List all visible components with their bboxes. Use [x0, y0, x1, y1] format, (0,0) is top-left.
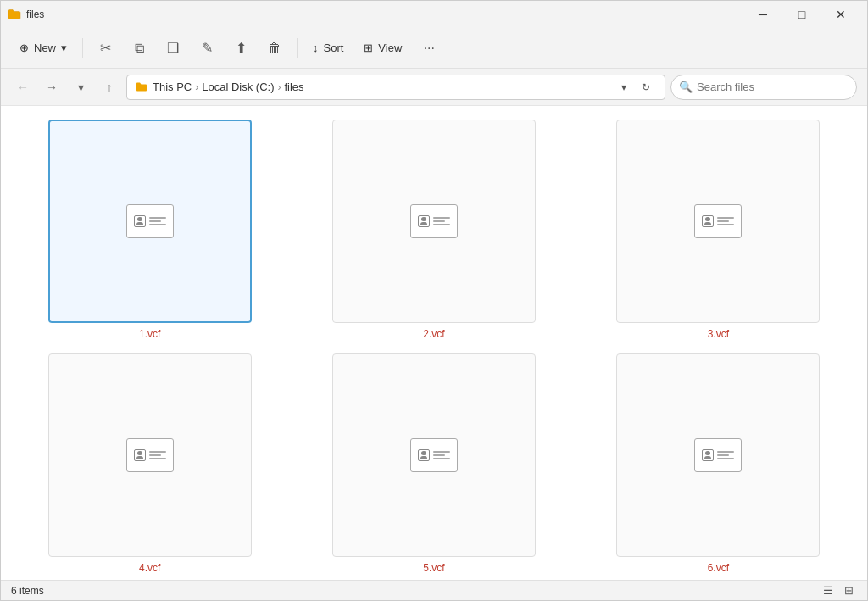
vcf-lines: [433, 451, 450, 459]
recent-button[interactable]: ▾: [69, 75, 92, 99]
sort-label: Sort: [324, 42, 344, 54]
vcf-lines: [717, 217, 734, 225]
file-item-4[interactable]: 4.vcf: [14, 353, 285, 574]
vcf-icon-5: [410, 438, 458, 472]
window-title: files: [26, 8, 44, 20]
new-plus-icon: ⊕: [19, 42, 29, 54]
vcf-icon-2: [410, 204, 458, 238]
file-thumb-2: [332, 120, 536, 323]
vcf-lines: [717, 451, 734, 459]
address-bar: ← → ▾ ↑ This PC › Local Disk (C:) › file…: [1, 69, 867, 106]
status-bar: 6 items ☰ ⊞: [1, 580, 867, 600]
forward-button[interactable]: →: [40, 75, 64, 99]
paste-icon: ❑: [167, 40, 179, 56]
toolbar-sep-1: [82, 38, 83, 58]
more-icon: ···: [424, 41, 435, 56]
sort-button[interactable]: ↕ Sort: [304, 35, 352, 62]
close-button[interactable]: ✕: [821, 1, 860, 28]
content-area: 1.vcf 2.: [1, 106, 867, 580]
file-thumb-5: [332, 353, 536, 557]
minimize-button[interactable]: ─: [743, 1, 782, 28]
vcf-icon-4: [126, 438, 174, 472]
toolbar-sep-2: [297, 38, 298, 58]
view-icon: ⊞: [364, 42, 373, 54]
vcf-lines: [433, 217, 450, 225]
file-item-5[interactable]: 5.vcf: [298, 353, 569, 574]
search-input[interactable]: [670, 75, 857, 100]
delete-button[interactable]: 🗑: [259, 35, 290, 62]
new-dropdown-icon: ▾: [61, 42, 67, 54]
list-view-icon: ☰: [823, 584, 833, 597]
vcf-icon-3: [694, 204, 742, 238]
refresh-button[interactable]: ↻: [636, 77, 656, 97]
list-view-button[interactable]: ☰: [820, 582, 837, 599]
rename-button[interactable]: ✎: [192, 35, 222, 62]
maximize-button[interactable]: □: [782, 1, 821, 28]
file-thumb-1: [48, 120, 252, 323]
search-wrapper: 🔍: [670, 75, 857, 100]
view-toggle: ☰ ⊞: [820, 582, 857, 599]
file-name-6: 6.vcf: [708, 562, 729, 574]
path-files[interactable]: files: [284, 81, 303, 93]
file-item-3[interactable]: 3.vcf: [583, 120, 854, 340]
address-input[interactable]: This PC › Local Disk (C:) › files ▾ ↻: [126, 75, 665, 100]
vcf-person-icon: [702, 449, 714, 461]
recent-icon: ▾: [78, 81, 84, 94]
vcf-person-icon: [418, 449, 430, 461]
vcf-lines: [149, 217, 166, 225]
up-icon: ↑: [107, 81, 113, 94]
file-thumb-4: [48, 353, 252, 557]
file-name-5: 5.vcf: [423, 562, 444, 574]
share-icon: ⬆: [236, 40, 247, 56]
delete-icon: 🗑: [268, 41, 281, 56]
file-name-2: 2.vcf: [423, 328, 444, 340]
vcf-lines: [149, 451, 166, 459]
toolbar: ⊕ New ▾ ✂ ⧉ ❑ ✎ ⬆ 🗑 ↕ Sort ⊞ View ···: [1, 28, 867, 69]
path-this-pc[interactable]: This PC: [153, 81, 192, 93]
copy-icon: ⧉: [135, 41, 144, 56]
vcf-icon-1: [126, 204, 174, 238]
cut-icon: ✂: [100, 40, 111, 56]
breadcrumb: This PC › Local Disk (C:) › files: [153, 81, 609, 93]
file-name-1: 1.vcf: [139, 328, 160, 340]
vcf-person-icon: [418, 215, 430, 227]
path-folder-icon: [136, 82, 147, 92]
cut-button[interactable]: ✂: [90, 35, 120, 62]
folder-icon: [8, 8, 21, 21]
file-item-6[interactable]: 6.vcf: [583, 353, 854, 574]
file-thumb-6: [616, 353, 820, 557]
file-item-1[interactable]: 1.vcf: [14, 120, 285, 340]
vcf-person-icon: [134, 215, 146, 227]
more-button[interactable]: ···: [414, 35, 444, 62]
vcf-icon-6: [694, 438, 742, 472]
vcf-person-icon: [134, 449, 146, 461]
copy-button[interactable]: ⧉: [124, 35, 154, 62]
vcf-person-icon: [702, 215, 714, 227]
view-button[interactable]: ⊞ View: [355, 35, 410, 62]
share-button[interactable]: ⬆: [225, 35, 256, 62]
file-name-3: 3.vcf: [708, 328, 729, 340]
grid-view-button[interactable]: ⊞: [840, 582, 857, 599]
file-item-2[interactable]: 2.vcf: [298, 120, 569, 340]
new-button[interactable]: ⊕ New ▾: [11, 35, 75, 62]
paste-button[interactable]: ❑: [158, 35, 188, 62]
file-grid: 1.vcf 2.: [14, 120, 854, 574]
forward-icon: →: [46, 81, 58, 94]
view-label: View: [378, 42, 402, 54]
file-thumb-3: [616, 120, 820, 323]
file-name-4: 4.vcf: [139, 562, 160, 574]
rename-icon: ✎: [202, 40, 213, 56]
window-controls: ─ □ ✕: [743, 1, 860, 28]
back-icon: ←: [17, 81, 29, 94]
title-bar: files ─ □ ✕: [1, 1, 867, 28]
address-chevron-button[interactable]: ▾: [614, 77, 634, 97]
sort-icon: ↕: [313, 42, 319, 54]
path-local-disk[interactable]: Local Disk (C:): [202, 81, 274, 93]
up-button[interactable]: ↑: [97, 75, 121, 99]
back-button[interactable]: ←: [11, 75, 35, 99]
new-label: New: [34, 42, 56, 54]
status-count: 6 items: [11, 585, 44, 597]
grid-view-icon: ⊞: [844, 584, 854, 597]
